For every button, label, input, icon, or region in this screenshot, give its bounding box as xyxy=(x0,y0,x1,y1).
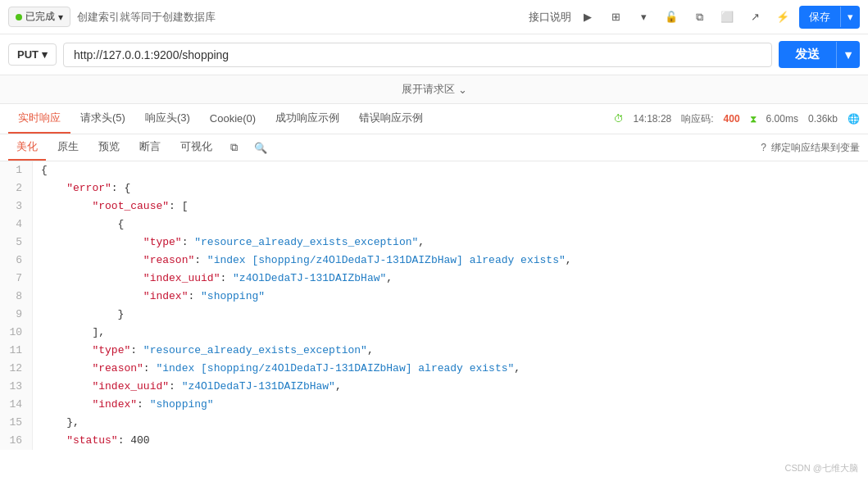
api-doc-label[interactable]: 接口说明 xyxy=(529,10,571,25)
tab-error-example[interactable]: 错误响应示例 xyxy=(349,104,433,134)
line-number: 11 xyxy=(0,342,33,360)
chevron-down-icon[interactable]: ▾ xyxy=(58,11,63,23)
table-row: 8 "index": "shopping" xyxy=(0,288,868,306)
url-input[interactable] xyxy=(63,43,772,67)
table-row: 7 "index_uuid": "z4OlDedaTJ-131DAIZbHaw"… xyxy=(0,270,868,288)
line-number: 7 xyxy=(0,270,33,288)
status-label: 响应码: xyxy=(681,112,713,126)
line-content: "index_uuid": "z4OlDedaTJ-131DAIZbHaw", xyxy=(33,378,342,396)
response-size: 0.36kb xyxy=(808,113,838,125)
table-row: 14 "index": "shopping" xyxy=(0,396,868,414)
expand-icon: ⌄ xyxy=(458,84,467,96)
clock-icon: ⏱ xyxy=(614,113,624,125)
status-code: 400 xyxy=(724,113,740,125)
line-number: 10 xyxy=(0,324,33,342)
toolbar-right: 接口说明 ▶ ⊞ ▾ 🔓 ⧉ ⬜ ↗ ⚡ 保存 ▾ xyxy=(529,6,860,29)
sub-tab-beautify[interactable]: 美化 xyxy=(8,134,46,161)
toolbar-title: 创建索引就等同于创建数据库 xyxy=(77,10,522,25)
table-row: 12 "reason": "index [shopping/z4OlDedaTJ… xyxy=(0,360,868,378)
url-bar: PUT ▾ 发送 ▾ xyxy=(0,34,868,75)
response-time: 14:18:28 xyxy=(634,113,672,125)
expand-label: 展开请求区 xyxy=(402,82,455,97)
line-content: "root_cause": [ xyxy=(33,197,188,216)
line-content: "type": "resource_already_exists_excepti… xyxy=(33,342,374,360)
line-content: ], xyxy=(33,324,105,342)
table-row: 3 "root_cause": [ xyxy=(0,197,868,216)
table-row: 11 "type": "resource_already_exists_exce… xyxy=(0,342,868,360)
line-content: } xyxy=(33,306,124,324)
line-number: 16 xyxy=(0,432,33,450)
tab-success-example[interactable]: 成功响应示例 xyxy=(266,104,349,134)
line-content: "index": "shopping" xyxy=(33,396,214,414)
save-dropdown-icon[interactable]: ▾ xyxy=(840,7,860,27)
copy-code-icon[interactable]: ⧉ xyxy=(224,136,244,159)
line-content: "error": { xyxy=(33,179,130,197)
method-chevron-icon: ▾ xyxy=(42,48,48,61)
line-content: { xyxy=(33,161,48,179)
globe-icon[interactable]: 🌐 xyxy=(848,113,860,125)
timer-icon: ⧗ xyxy=(750,113,757,125)
sub-tab-assert[interactable]: 断言 xyxy=(131,134,169,161)
line-number: 12 xyxy=(0,360,33,378)
line-content: "index_uuid": "z4OlDedaTJ-131DAIZbHaw", xyxy=(33,270,393,288)
status-label: 已完成 xyxy=(25,10,55,24)
sub-tab-visual[interactable]: 可视化 xyxy=(172,134,220,161)
table-row: 4 { xyxy=(0,216,868,234)
question-icon: ? xyxy=(761,142,766,153)
bolt-icon[interactable]: ⚡ xyxy=(771,6,794,29)
line-content: "type": "resource_already_exists_excepti… xyxy=(33,234,425,252)
table-row: 9 } xyxy=(0,306,868,324)
table-row: 16 "status": 400 xyxy=(0,432,868,450)
table-icon[interactable]: ⊞ xyxy=(604,6,627,29)
line-number: 8 xyxy=(0,288,33,306)
line-number: 5 xyxy=(0,234,33,252)
share-icon[interactable]: ⬜ xyxy=(716,6,738,29)
bind-label: 绑定响应结果到变量 xyxy=(771,141,860,155)
line-number: 3 xyxy=(0,197,33,216)
send-dropdown-icon[interactable]: ▾ xyxy=(836,42,860,68)
sub-tab-raw[interactable]: 原生 xyxy=(49,134,87,161)
play-icon[interactable]: ▶ xyxy=(576,6,599,29)
line-number: 1 xyxy=(0,161,33,179)
table-row: 2 "error": { xyxy=(0,179,868,197)
line-number: 2 xyxy=(0,179,33,197)
sub-tab-preview[interactable]: 预览 xyxy=(90,134,128,161)
line-number: 13 xyxy=(0,378,33,396)
save-label: 保存 xyxy=(799,6,840,29)
lock-icon[interactable]: 🔓 xyxy=(660,6,683,29)
tab-response-headers[interactable]: 响应头(3) xyxy=(135,104,200,134)
table-row: 10 ], xyxy=(0,324,868,342)
sub-tabs-bar: 美化 原生 预览 断言 可视化 ⧉ 🔍 ? 绑定响应结果到变量 xyxy=(0,134,868,161)
expand-bar[interactable]: 展开请求区 ⌄ xyxy=(0,75,868,104)
line-number: 9 xyxy=(0,306,33,324)
copy-icon[interactable]: ⧉ xyxy=(688,6,711,29)
search-icon[interactable]: 🔍 xyxy=(248,137,274,159)
watermark: CSDN @七维大脑 xyxy=(785,462,858,474)
chevron-down-icon[interactable]: ▾ xyxy=(632,6,655,29)
send-button[interactable]: 发送 ▾ xyxy=(779,41,860,68)
save-button[interactable]: 保存 ▾ xyxy=(799,6,860,29)
line-content: { xyxy=(33,216,124,234)
send-label: 发送 xyxy=(779,41,836,68)
table-row: 6 "reason": "index [shopping/z4OlDedaTJ-… xyxy=(0,252,868,270)
tabs-right-info: ⏱ 14:18:28 响应码: 400 ⧗ 6.00ms 0.36kb 🌐 xyxy=(614,112,860,126)
table-row: 15 }, xyxy=(0,414,868,432)
status-dot xyxy=(16,14,22,20)
bind-result[interactable]: ? 绑定响应结果到变量 xyxy=(761,141,860,155)
method-value: PUT xyxy=(17,48,39,61)
line-number: 6 xyxy=(0,252,33,270)
export-icon[interactable]: ↗ xyxy=(743,6,766,29)
line-content: "status": 400 xyxy=(33,432,150,450)
line-number: 4 xyxy=(0,216,33,234)
toolbar: 已完成 ▾ 创建索引就等同于创建数据库 接口说明 ▶ ⊞ ▾ 🔓 ⧉ ⬜ ↗ ⚡… xyxy=(0,0,868,34)
table-row: 1 { xyxy=(0,161,868,179)
tab-realtime[interactable]: 实时响应 xyxy=(8,104,70,134)
response-duration: 6.00ms xyxy=(766,113,798,125)
line-number: 15 xyxy=(0,414,33,432)
status-badge[interactable]: 已完成 ▾ xyxy=(8,7,70,27)
line-content: "index": "shopping" xyxy=(33,288,265,306)
tab-cookie[interactable]: Cookie(0) xyxy=(200,106,266,133)
method-select[interactable]: PUT ▾ xyxy=(8,43,57,66)
tabs-bar: 实时响应 请求头(5) 响应头(3) Cookie(0) 成功响应示例 错误响应… xyxy=(0,104,868,134)
tab-request-headers[interactable]: 请求头(5) xyxy=(70,104,135,134)
